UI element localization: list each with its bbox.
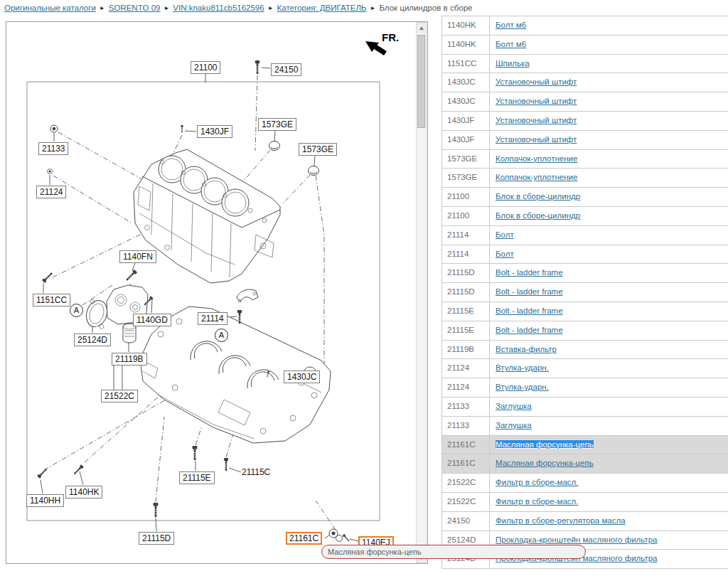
part-name-link[interactable]: Вставка-фильтр (496, 345, 557, 353)
part-code: 21133 (442, 417, 490, 435)
part-code: 1151CC (442, 55, 490, 73)
callout-24150[interactable]: 24150 (271, 63, 301, 76)
callout-1430JF[interactable]: 1430JF (197, 125, 232, 138)
part-name-link[interactable]: Шпилька (496, 59, 530, 68)
part-name-link[interactable]: Колпачок-уплотнение (496, 173, 577, 181)
marker-a-1: A (70, 304, 83, 317)
table-row: 1430JF Установочный штифт (442, 112, 728, 131)
part-name-link[interactable]: Установочный штифт (496, 78, 577, 86)
table-row: 21114 Болт (442, 226, 728, 245)
part-name-link[interactable]: Масляная форсунка-цепь (496, 459, 594, 467)
part-name-cell: Вставка-фильтр (490, 341, 728, 359)
table-row: 1140HK Болт м6 (442, 36, 728, 55)
part-name-link[interactable]: Bolt - ladder frame (496, 326, 563, 334)
scrollbar-thumb[interactable] (417, 35, 425, 128)
part-name-link[interactable]: Болт (496, 250, 514, 258)
part-name-link[interactable]: Заглушка (496, 421, 532, 430)
callout-25124D[interactable]: 25124D (74, 334, 111, 346)
breadcrumb-link-vin[interactable]: VIN:knaku811cb5162596 (173, 4, 264, 12)
callout-21161C-highlighted[interactable]: 21161C (286, 532, 322, 545)
part-code: 21522C (442, 493, 490, 511)
part-code: 1140HK (442, 16, 490, 35)
part-name-cell: Масляная форсунка-цепь (490, 454, 728, 473)
part-name-cell: Блок в сборе-цилиндр (490, 188, 728, 206)
callout-21114[interactable]: 21114 (198, 312, 228, 325)
part-code: 21100 (442, 188, 490, 206)
callout-1140GD[interactable]: 1140GD (133, 314, 171, 326)
part-name-link[interactable]: Втулка-ударн. (496, 383, 549, 391)
part-name-cell: Установочный штифт (490, 131, 728, 149)
table-row: 21115D Bolt - ladder frame (442, 283, 728, 302)
breadcrumb-separator-icon: ► (164, 5, 169, 11)
callout-1573GE-1[interactable]: 1573GE (258, 118, 296, 131)
callout-1151CC[interactable]: 1151CC (33, 294, 70, 306)
part-name-cell: Bolt - ladder frame (490, 302, 728, 321)
part-name-link[interactable]: Прокладка-кронштейн масляного фильтра (496, 535, 657, 544)
callout-21100[interactable]: 21100 (191, 61, 220, 74)
part-code: 21115E (442, 302, 490, 321)
part-code: 1430JC (442, 73, 490, 92)
table-row: 21133 Заглушка (442, 417, 728, 436)
part-name-link[interactable]: Установочный штифт (496, 116, 577, 124)
callout-1140FN[interactable]: 1140FN (119, 250, 156, 263)
part-name-link[interactable]: Bolt - ladder frame (496, 287, 563, 296)
part-code: 21124 (442, 359, 490, 378)
breadcrumb: Оригинальные каталоги ► SORENTO 09 ► VIN… (4, 4, 472, 12)
table-row: 21161C Масляная форсунка-цепь (442, 454, 728, 474)
parts-catalog-page: Оригинальные каталоги ► SORENTO 09 ► VIN… (0, 0, 728, 576)
table-row: 21100 Блок в сборе-цилиндр (442, 188, 728, 207)
callout-1573GE-2[interactable]: 1573GE (299, 143, 337, 156)
part-name-link[interactable]: Болт м6 (496, 40, 526, 48)
part-name-link[interactable]: Фильтр в сборе-масл. (496, 497, 578, 506)
part-name-link[interactable]: Bolt - ladder frame (496, 268, 563, 277)
table-row: 1430JF Установочный штифт (442, 131, 728, 150)
part-name-cell: Болт (490, 226, 728, 245)
table-row: 21124 Втулка-ударн. (442, 359, 728, 378)
part-name-link[interactable]: Установочный штифт (496, 97, 577, 105)
callout-1140HK[interactable]: 1140HK (65, 486, 102, 498)
table-row: 21161C Масляная форсунка-цепь (442, 436, 728, 455)
callout-1140HH[interactable]: 1140HH (26, 494, 64, 507)
part-name-cell: Болт м6 (490, 16, 728, 35)
part-code: 21115D (442, 283, 490, 302)
table-row: 21115E Bolt - ladder frame (442, 321, 728, 341)
part-name-cell: Bolt - ladder frame (490, 264, 728, 282)
part-name-link[interactable]: Блок в сборе-цилиндр (496, 211, 580, 220)
part-name-link[interactable]: Установочный штифт (496, 135, 577, 144)
part-name-link[interactable]: Болт (496, 230, 514, 239)
table-row: 21133 Заглушка (442, 398, 728, 417)
breadcrumb-link-catalogs[interactable]: Оригинальные каталоги (4, 4, 96, 12)
part-name-link[interactable]: Масляная форсунка-цепь (496, 440, 594, 449)
part-name-link[interactable]: Заглушка (496, 402, 532, 410)
part-name-link[interactable]: Колпачок-уплотнение (496, 154, 577, 163)
diagram-scrollbar[interactable] (416, 22, 427, 563)
part-name-link[interactable]: Bolt - ladder frame (496, 306, 563, 315)
breadcrumb-separator-icon: ► (370, 5, 376, 11)
breadcrumb-link-category[interactable]: Категория: ДВИГАТЕЛЬ (277, 4, 367, 12)
part-name-cell: Колпачок-уплотнение (490, 169, 728, 187)
table-row: 21100 Блок в сборе-цилиндр (442, 207, 728, 226)
part-name-link[interactable]: Фильтр в сборе-масл. (496, 478, 578, 486)
part-name-link[interactable]: Втулка-ударн. (496, 363, 549, 372)
callout-21115E[interactable]: 21115E (179, 471, 215, 484)
part-name-cell: Заглушка (490, 417, 728, 435)
callout-21115D[interactable]: 21115D (139, 532, 174, 545)
callout-21133[interactable]: 21133 (38, 142, 68, 155)
callout-21124[interactable]: 21124 (36, 186, 66, 198)
part-name-link[interactable]: Фильтр в сборе-регулятора масла (496, 516, 626, 525)
callout-1430JC[interactable]: 1430JC (284, 370, 320, 383)
table-row: 21124 Втулка-ударн. (442, 378, 728, 398)
callout-21119B[interactable]: 21119B (112, 353, 147, 366)
part-name-cell: Установочный штифт (490, 92, 728, 111)
callout-21522C[interactable]: 21522C (101, 390, 138, 402)
scroll-up-icon (419, 26, 424, 30)
part-code: 21115E (442, 321, 490, 340)
part-name-cell: Колпачок-уплотнение (490, 150, 728, 169)
part-code: 1140HK (442, 36, 490, 54)
engine-diagram-sketch (6, 21, 428, 564)
breadcrumb-link-model[interactable]: SORENTO 09 (109, 4, 161, 12)
part-code: 21114 (442, 226, 490, 245)
part-name-link[interactable]: Болт м6 (496, 21, 526, 29)
scroll-up-button[interactable] (417, 23, 426, 33)
part-name-link[interactable]: Блок в сборе-цилиндр (496, 192, 580, 201)
